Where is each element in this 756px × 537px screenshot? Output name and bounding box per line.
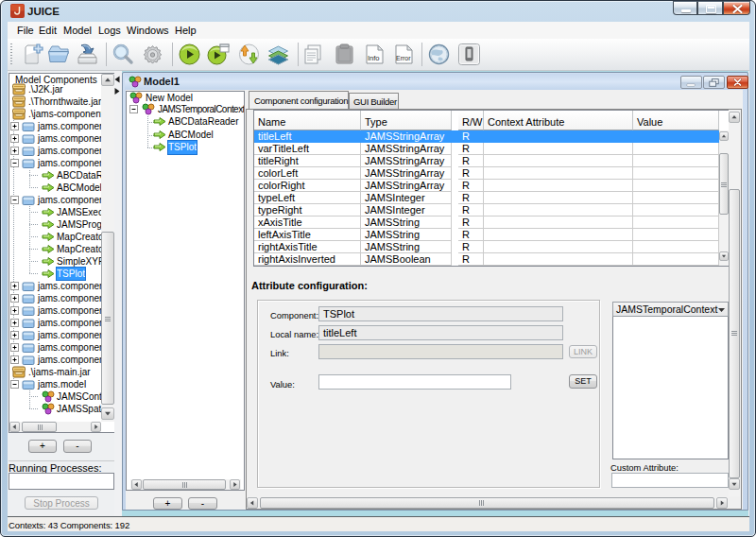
svg-text:Info: Info <box>368 54 380 62</box>
svg-text:Error: Error <box>396 55 411 61</box>
